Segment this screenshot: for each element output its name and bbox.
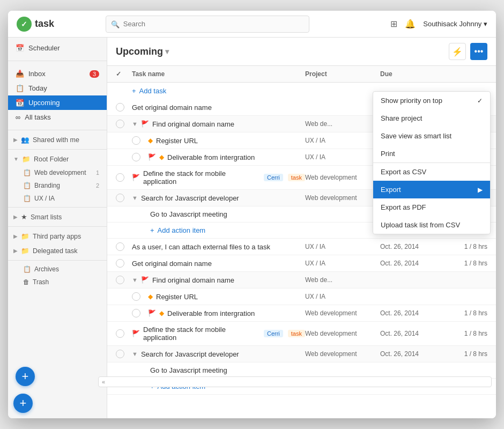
web-dev-icon: 📋 — [23, 169, 31, 176]
smart-list-icon: ★ — [21, 213, 27, 221]
chevron-right-icon-3: ▶ — [13, 233, 18, 239]
sidebar-item-archives[interactable]: 📋 Archives — [8, 263, 107, 276]
sidebar-add-button[interactable]: + — [16, 367, 35, 386]
task-checkbox[interactable] — [116, 120, 124, 128]
dropdown-label: Export as CSV — [381, 168, 426, 176]
dropdown-item-show-priority[interactable]: Show priority on top ✓ — [373, 92, 490, 109]
sidebar-scheduler-label: Scheduler — [28, 44, 60, 52]
action-title: Go to Javascript meeting — [150, 210, 227, 218]
chevron-right-icon-4: ▶ — [13, 248, 18, 254]
table-row[interactable]: 🚩 Define the stack for mobile applicatio… — [107, 322, 496, 346]
chevron-down-icon: ▼ — [13, 156, 19, 162]
task-title: Search for Javascript developer — [141, 350, 239, 358]
sidebar-smart-lists-header[interactable]: ▶ ★ Smart lists — [8, 210, 107, 224]
sidebar-divider-4 — [8, 207, 107, 208]
dropdown-item-save-smart-list[interactable]: Save view as smart list — [373, 127, 490, 145]
add-task-label: Add task — [139, 87, 167, 95]
sidebar-item-today[interactable]: 📋 Today — [8, 81, 107, 95]
task-checkbox[interactable] — [132, 292, 140, 301]
sidebar-item-all-tasks[interactable]: ∞ All tasks — [8, 110, 107, 124]
notification-icon[interactable]: 🔔 — [405, 19, 416, 29]
sidebar-item-scheduler[interactable]: 📅 Scheduler — [8, 41, 107, 55]
task-hours: 1 / 8 hrs — [439, 330, 487, 337]
task-tag-cerri-2: Cerri — [264, 330, 283, 337]
task-hours: 1 / 8 hrs — [439, 260, 487, 267]
dropdown-item-export[interactable]: Export ▶ — [373, 181, 490, 198]
dropdown-item-export-pdf[interactable]: Export as PDF — [373, 198, 490, 216]
task-checkbox[interactable] — [116, 173, 124, 182]
dropdown-item-export-csv[interactable]: Export as CSV — [373, 163, 490, 181]
task-checkbox[interactable] — [116, 259, 124, 268]
task-title: As a user, I can attach external files t… — [132, 243, 270, 251]
archives-icon: 📋 — [23, 265, 31, 273]
search-input[interactable] — [106, 16, 309, 33]
user-menu[interactable]: Southisack Johnny ▾ — [423, 20, 487, 28]
dropdown-item-share-project[interactable]: Share project — [373, 109, 490, 127]
task-name-cell: ◆ Register URL — [148, 293, 305, 301]
task-title: Get original domain name — [132, 260, 212, 268]
task-checkbox[interactable] — [116, 329, 124, 338]
dropdown-label: Export as PDF — [381, 203, 426, 211]
grid-icon[interactable]: ⊞ — [390, 19, 397, 29]
header-actions: ⚡ ••• — [449, 43, 487, 60]
flag-icon: 🚩 — [141, 120, 149, 128]
task-checkbox[interactable] — [116, 350, 124, 358]
dropdown-label: Save view as smart list — [381, 132, 451, 140]
flag-icon: 🚩 — [141, 276, 149, 284]
task-project: Web development — [305, 330, 380, 337]
table-row[interactable]: 🚩 ◆ Deliverable from intergration Web de… — [107, 305, 496, 322]
table-row[interactable]: ▼ Search for Javascript developer Web de… — [107, 346, 496, 363]
table-row[interactable]: As a user, I can attach external files t… — [107, 239, 496, 255]
task-name-cell: 🚩 Define the stack for mobile applicatio… — [132, 169, 305, 186]
table-row[interactable]: Get original domain name UX / IA Oct. 26… — [107, 255, 496, 272]
section-expand-icon: ▼ — [132, 351, 138, 357]
task-title: Search for Javascript developer — [141, 194, 239, 202]
task-hours: 1 / 8 hrs — [439, 243, 487, 250]
sidebar-shared-header[interactable]: ▶ 👥 Shared with me — [8, 132, 107, 147]
sidebar-item-trash[interactable]: 🗑 Trash — [8, 276, 107, 289]
top-bar: ✓ task 🔍 ⊞ 🔔 Southisack Johnny ▾ — [8, 11, 496, 38]
dropdown-item-upload-csv[interactable]: Upload task list from CSV — [373, 216, 490, 234]
more-options-button[interactable]: ••• — [470, 43, 487, 60]
collapse-sidebar-button[interactable]: « — [98, 376, 492, 387]
dropdown-label: Share project — [381, 114, 422, 122]
sidebar-section-main: 📥 Inbox 3 📋 Today 📆 Upcoming ∞ All tasks — [8, 63, 107, 128]
sidebar-item-upcoming[interactable]: 📆 Upcoming — [8, 95, 107, 110]
task-checkbox[interactable] — [132, 136, 140, 145]
sidebar-item-ux-ia[interactable]: 📋 UX / IA — [8, 192, 107, 205]
ux-ia-icon: 📋 — [23, 195, 31, 202]
task-checkbox[interactable] — [116, 103, 124, 112]
flag-icon: 🚩 — [148, 309, 156, 317]
table-row[interactable]: ▼ 🚩 Find original domain name Web de... — [107, 272, 496, 289]
sidebar-third-party-header[interactable]: ▶ 📁 Third party apps — [8, 229, 107, 243]
web-dev-badge: 1 — [96, 169, 99, 176]
sidebar-root-folder-header[interactable]: ▼ 📁 Root Folder — [8, 152, 107, 166]
content-header: Upcoming ▾ ⚡ ••• — [107, 38, 496, 66]
task-checkbox[interactable] — [116, 242, 124, 251]
dropdown-item-print[interactable]: Print — [373, 145, 490, 162]
sidebar-branding-label: Branding — [34, 182, 60, 189]
context-dropdown-menu: Show priority on top ✓ Share project Sav… — [373, 91, 491, 234]
sidebar-inbox-label: Inbox — [28, 70, 46, 78]
sidebar-item-inbox[interactable]: 📥 Inbox 3 — [8, 66, 107, 81]
sidebar-delegated-header[interactable]: ▶ 📁 Delegated task — [8, 243, 107, 258]
bottom-add-button[interactable]: + — [13, 394, 33, 413]
task-checkbox[interactable] — [132, 153, 140, 161]
title-dropdown-arrow[interactable]: ▾ — [165, 47, 169, 56]
task-checkbox[interactable] — [132, 309, 140, 317]
dropdown-label: Print — [381, 150, 395, 158]
inbox-icon: 📥 — [16, 70, 24, 78]
task-checkbox[interactable] — [116, 194, 124, 202]
task-project: UX / IA — [305, 153, 380, 161]
task-title: Define the stack for mobile application — [143, 326, 259, 342]
sidebar-item-web-dev[interactable]: 📋 Web development 1 — [8, 166, 107, 179]
dropdown-label: Show priority on top — [381, 97, 442, 105]
sidebar-item-branding[interactable]: 📋 Branding 2 — [8, 179, 107, 192]
table-row[interactable]: ◆ Register URL UX / IA — [107, 289, 496, 305]
task-checkbox[interactable] — [116, 276, 124, 284]
app-name: task — [35, 18, 54, 29]
sparkle-button[interactable]: ⚡ — [449, 43, 466, 60]
content-title: Upcoming ▾ — [116, 46, 169, 57]
task-name-cell: Get original domain name — [132, 260, 305, 268]
app-window: ✓ task 🔍 ⊞ 🔔 Southisack Johnny ▾ 📅 Sched… — [8, 11, 496, 418]
